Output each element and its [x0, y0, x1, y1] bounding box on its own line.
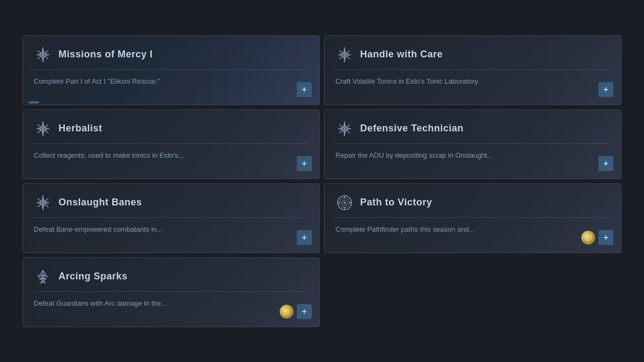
svg-marker-39 [45, 202, 49, 204]
svg-marker-7 [45, 54, 49, 56]
card-title: Onslaught Banes [58, 197, 142, 208]
card-header: Defensive Technician [335, 120, 610, 138]
currency-icon [280, 305, 294, 319]
quest-grid: Missions of Mercy I Complete Part I of A… [16, 29, 628, 334]
card-divider [34, 217, 309, 218]
card-title: Path to Victory [360, 197, 432, 208]
card-divider [335, 143, 610, 144]
svg-marker-28 [343, 122, 346, 127]
card-actions: + [297, 156, 312, 171]
card-missions-of-mercy: Missions of Mercy I Complete Part I of A… [23, 35, 320, 105]
card-path-to-victory: Path to Victory Complete Pathfinder path… [324, 183, 621, 253]
currency-icon [581, 231, 595, 245]
svg-marker-21 [42, 131, 44, 135]
card-divider [335, 217, 610, 218]
card-description: Craft Volatile Tonics in Eido's Tonic La… [335, 76, 610, 87]
card-title: Arcing Sparks [58, 271, 128, 282]
svg-marker-13 [343, 57, 346, 61]
card-actions: + [280, 304, 312, 319]
card-description: Defeat Bane-empowered combatants in... [34, 224, 309, 235]
svg-marker-36 [42, 196, 44, 201]
card-title: Defensive Technician [360, 123, 464, 134]
svg-marker-30 [338, 128, 342, 130]
coin-inner [283, 308, 290, 315]
card-onslaught-banes: Onslaught Banes Defeat Bane-empowered co… [23, 183, 320, 253]
circle-quest-icon [335, 194, 354, 212]
svg-marker-5 [42, 57, 44, 61]
svg-marker-15 [347, 54, 351, 56]
card-divider [34, 69, 309, 70]
card-divider [34, 143, 309, 144]
card-description: Complete Part I of Act I "Eliksni Rescue… [34, 76, 309, 87]
faction-icon [335, 120, 354, 138]
card-description: Complete Pathfinder paths this season an… [335, 224, 610, 235]
add-button[interactable]: + [598, 230, 613, 245]
add-button[interactable]: + [297, 156, 312, 171]
card-header: Handle with Care [335, 46, 610, 64]
add-button[interactable]: + [598, 156, 613, 171]
add-button[interactable]: + [297, 230, 312, 245]
scroll-indicator [28, 101, 39, 104]
card-description: Collect reagents, used to make tonics in… [34, 150, 309, 161]
card-defensive-technician: Defensive Technician Repair the ADU by d… [324, 109, 621, 179]
card-actions: + [581, 230, 613, 245]
faction-icon [34, 46, 52, 64]
card-header: Missions of Mercy I [34, 46, 309, 64]
card-herbalist: Herbalist Collect reagents, used to make… [23, 109, 320, 179]
add-button[interactable]: + [598, 82, 613, 97]
card-divider [335, 69, 610, 70]
card-header: Arcing Sparks [34, 268, 309, 286]
card-header: Herbalist [34, 120, 309, 138]
svg-marker-23 [45, 128, 49, 130]
card-description: Defeat Guardians with Arc damage in the.… [34, 298, 309, 309]
card-actions: + [598, 82, 613, 97]
faction-icon [34, 120, 52, 138]
svg-marker-29 [343, 131, 346, 135]
card-header: Path to Victory [335, 194, 610, 212]
card-divider [34, 291, 309, 292]
card-actions: + [598, 156, 613, 171]
coin-inner [584, 234, 592, 241]
add-button[interactable]: + [297, 82, 312, 97]
svg-marker-37 [42, 205, 44, 209]
svg-marker-14 [338, 54, 342, 56]
card-handle-with-care: Handle with Care Craft Volatile Tonics i… [324, 35, 621, 105]
svg-marker-20 [42, 122, 44, 127]
svg-marker-4 [42, 48, 44, 53]
card-header: Onslaught Banes [34, 194, 309, 212]
card-actions: + [297, 82, 312, 97]
svg-point-47 [343, 202, 346, 204]
svg-marker-6 [36, 54, 41, 56]
svg-marker-12 [343, 48, 346, 53]
card-description: Repair the ADU by depositing scrap in On… [335, 150, 610, 161]
card-title: Missions of Mercy I [58, 49, 153, 60]
faction-icon [335, 46, 354, 64]
svg-marker-31 [347, 128, 351, 130]
card-actions: + [297, 230, 312, 245]
card-title: Herbalist [58, 123, 103, 134]
svg-marker-22 [36, 128, 41, 130]
sparks-icon [34, 268, 52, 286]
add-button[interactable]: + [297, 304, 312, 319]
faction-icon [34, 194, 52, 212]
svg-marker-38 [36, 202, 41, 204]
card-title: Handle with Care [360, 49, 443, 60]
card-arcing-sparks: Arcing Sparks Defeat Guardians with Arc … [23, 257, 320, 327]
